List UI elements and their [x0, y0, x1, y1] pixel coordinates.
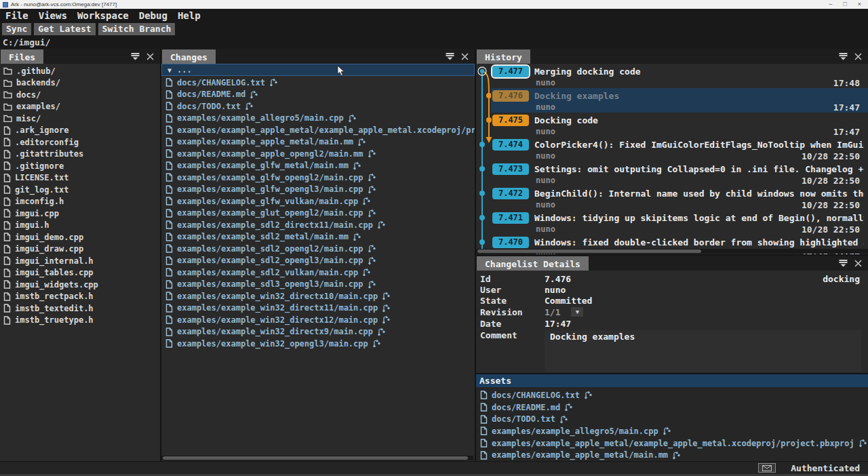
tab-files[interactable]: Files: [1, 49, 43, 64]
history-entry[interactable]: 7.475 Docking code nuno 17:47: [491, 113, 868, 137]
close-panel-icon[interactable]: [460, 52, 469, 60]
changed-file-row[interactable]: examples/example_sdl3_opengl3/main.cpp: [161, 279, 475, 291]
file-tree-item[interactable]: imstb_truetype.h: [0, 315, 160, 327]
history-hscrollbar[interactable]: [476, 249, 868, 254]
history-entry[interactable]: 7.474 ColorPicker4(): Fixed ImGuiColorEd…: [491, 137, 868, 161]
changed-file-row[interactable]: examples/example_allegro5/main.cpp: [161, 113, 475, 125]
comment-input[interactable]: Docking examples: [545, 330, 861, 372]
revision-dropdown[interactable]: ▼: [571, 307, 583, 317]
menu-item[interactable]: Workspace: [77, 10, 129, 21]
file-tree-item[interactable]: imgui_internal.h: [0, 255, 160, 267]
toolbar-button[interactable]: Get Latest: [34, 23, 95, 35]
tab-changes[interactable]: Changes: [162, 49, 216, 64]
changed-file-row[interactable]: examples/example_glfw_metal/main.mm: [161, 160, 475, 172]
file-tree-item[interactable]: imstb_rectpack.h: [0, 291, 160, 303]
asset-file-row[interactable]: examples/example_apple_metal/example_app…: [476, 437, 868, 450]
changed-file-row[interactable]: examples/example_win32_directx12/main.cp…: [161, 314, 475, 326]
file-tree-item[interactable]: imconfig.h: [0, 196, 160, 208]
changed-file-row[interactable]: examples/example_win32_opengl3/main.cpp: [161, 338, 475, 350]
file-tree-item[interactable]: imgui_demo.cpp: [0, 231, 160, 243]
tab-history[interactable]: History: [477, 49, 530, 64]
changelist-badge[interactable]: 7.477: [492, 66, 529, 77]
close-panel-icon[interactable]: [853, 52, 863, 60]
changed-file-row[interactable]: examples/example_glfw_vulkan/main.cpp: [161, 195, 475, 207]
file-tree-item[interactable]: docs/: [0, 89, 160, 101]
file-tree-item[interactable]: misc/: [0, 113, 160, 125]
file-tree-item[interactable]: imgui_widgets.cpp: [0, 279, 160, 291]
file-tree-item[interactable]: imgui_tables.cpp: [0, 267, 160, 279]
close-panel-icon[interactable]: [853, 259, 863, 267]
history-entry[interactable]: 7.472 BeginChild(): Internal name used b…: [491, 186, 868, 210]
changes-hscrollbar[interactable]: [161, 456, 473, 460]
changed-file-row[interactable]: examples/example_sdl2_directx11/main.cpp: [161, 219, 475, 231]
file-name: imgui_draw.cpp: [15, 244, 83, 254]
history-entry[interactable]: 7.476 Docking examples nuno 17:47: [491, 88, 868, 113]
changed-file-row[interactable]: examples/example_apple_opengl2/main.mm: [161, 148, 475, 160]
menu-item[interactable]: Debug: [139, 10, 167, 21]
close-panel-icon[interactable]: [145, 52, 155, 60]
toolbar-button[interactable]: Sync: [2, 23, 31, 35]
changed-file-row[interactable]: examples/example_sdl2_vulkan/main.cpp: [161, 266, 475, 279]
changelist-badge[interactable]: 7.472: [492, 188, 529, 199]
changelist-badge[interactable]: 7.470: [492, 237, 529, 248]
changelist-badge[interactable]: 7.475: [492, 115, 529, 126]
file-tree-item[interactable]: imstb_textedit.h: [0, 302, 160, 315]
changelist-badge[interactable]: 7.473: [492, 163, 529, 175]
maximize-button[interactable]: □: [843, 0, 846, 9]
minimize-button[interactable]: –: [829, 0, 832, 9]
file-tree-item[interactable]: LICENSE.txt: [0, 172, 160, 184]
envelope-icon[interactable]: [758, 463, 776, 473]
changed-file-row[interactable]: examples/example_glfw_opengl2/main.cpp: [161, 172, 475, 184]
menu-item[interactable]: Views: [39, 10, 67, 21]
file-tree-item[interactable]: .ark_ignore: [0, 125, 160, 137]
file-tree-item[interactable]: backends/: [0, 77, 160, 90]
asset-file-row[interactable]: docs/TODO.txt: [476, 413, 868, 425]
filter-icon[interactable]: [838, 259, 848, 267]
changed-file-row[interactable]: examples/example_glfw_opengl3/main.cpp: [161, 184, 475, 196]
changed-file-row[interactable]: examples/example_win32_directx11/main.cp…: [161, 302, 475, 315]
close-button[interactable]: ×: [858, 0, 861, 9]
changed-file-row[interactable]: examples/example_glut_opengl2/main.cpp: [161, 207, 475, 220]
menu-item[interactable]: Help: [178, 10, 201, 21]
changed-file-row[interactable]: docs/CHANGELOG.txt: [161, 77, 475, 89]
changes-root-row[interactable]: ▼ ...: [161, 64, 475, 76]
changelist-badge[interactable]: 7.476: [492, 90, 529, 102]
changed-file-row[interactable]: examples/example_sdl2_opengl2/main.cpp: [161, 243, 475, 255]
asset-file-row[interactable]: docs/CHANGELOG.txt: [476, 389, 868, 401]
asset-file-row[interactable]: docs/README.md: [476, 401, 868, 414]
changed-file-row[interactable]: docs/README.md: [161, 89, 475, 101]
filter-icon[interactable]: [130, 52, 140, 60]
asset-file-row[interactable]: examples/example_apple_metal/main.mm: [476, 449, 868, 461]
changelist-badge[interactable]: 7.471: [492, 212, 529, 224]
changed-file-path: examples/example_win32_directx12/main.cp…: [177, 315, 378, 325]
file-name: .ark_ignore: [15, 125, 68, 135]
file-tree-item[interactable]: .gitattributes: [0, 148, 160, 161]
changed-file-path: examples/example_sdl2_metal/main.mm: [177, 232, 349, 241]
file-tree-item[interactable]: imgui_draw.cpp: [0, 243, 160, 256]
changed-file-row[interactable]: docs/TODO.txt: [161, 100, 475, 113]
file-tree-item[interactable]: .github/: [0, 65, 160, 77]
changed-file-row[interactable]: examples/example_win32_directx9/main.cpp: [161, 326, 475, 338]
history-entry[interactable]: 7.473 Settings: omit outputing Collapsed…: [491, 161, 868, 186]
file-tree-item[interactable]: .editorconfig: [0, 136, 160, 148]
file-tree-item[interactable]: examples/: [0, 101, 160, 113]
file-tree-item[interactable]: imgui.h: [0, 220, 160, 232]
filter-icon[interactable]: [445, 52, 454, 60]
tab-changelist-details[interactable]: Changelist Details: [477, 256, 589, 271]
changed-file-row[interactable]: examples/example_apple_metal/main.mm: [161, 136, 475, 148]
changed-file-row[interactable]: examples/example_apple_metal/example_app…: [161, 124, 475, 136]
filter-icon[interactable]: [838, 52, 848, 60]
collapse-arrow-icon[interactable]: ▼: [167, 66, 172, 74]
file-tree-item[interactable]: .gitignore: [0, 160, 160, 172]
toolbar-button[interactable]: Switch Branch: [98, 23, 176, 35]
history-entry[interactable]: 7.477 Merging docking code nuno 17:48: [491, 64, 868, 88]
menu-item[interactable]: File: [5, 10, 28, 21]
changed-file-row[interactable]: examples/example_sdl2_opengl3/main.cpp: [161, 255, 475, 267]
changed-file-row[interactable]: examples/example_win32_directx10/main.cp…: [161, 290, 475, 302]
asset-file-row[interactable]: examples/example_allegro5/main.cpp: [476, 425, 868, 437]
file-tree-item[interactable]: git_log.txt: [0, 184, 160, 196]
changelist-badge[interactable]: 7.474: [492, 139, 529, 151]
history-entry[interactable]: 7.471 Windows: tidying up skipitems logi…: [491, 210, 868, 235]
file-tree-item[interactable]: imgui.cpp: [0, 207, 160, 220]
changed-file-row[interactable]: examples/example_sdl2_metal/main.mm: [161, 231, 475, 243]
